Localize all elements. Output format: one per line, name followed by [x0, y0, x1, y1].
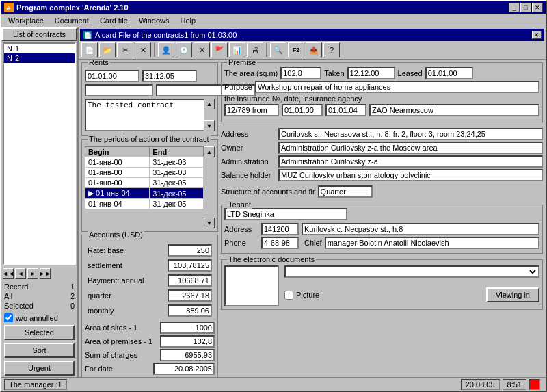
table-row[interactable]: 01-янв-04 31-дек-05	[85, 199, 204, 209]
for-date-row: For date	[85, 363, 215, 375]
monthly-input[interactable]	[168, 304, 212, 317]
purpose-row: Purpose	[224, 81, 539, 93]
time-section: 8:51	[503, 379, 526, 390]
insurance-agency-input[interactable]	[369, 104, 539, 116]
tenant-postal-input[interactable]	[261, 223, 299, 235]
table-row[interactable]: 01-янв-00 31-дек-03	[85, 168, 204, 178]
menu-document[interactable]: Document	[49, 15, 94, 26]
for-date-input[interactable]	[153, 363, 215, 375]
area-label: The area (sq.m)	[224, 69, 278, 77]
toolbar-clock-button[interactable]: 🕐	[176, 42, 192, 57]
toolbar-help-button[interactable]: ?	[323, 42, 340, 57]
taken-label: Taken	[324, 69, 344, 77]
toolbar-cross-button[interactable]: ✕	[194, 42, 210, 57]
phone-label: Phone	[224, 239, 258, 247]
card-left-column: Rents The tested contr	[81, 62, 218, 374]
close-button[interactable]: ✕	[532, 3, 543, 12]
balance-input[interactable]	[278, 169, 543, 181]
menu-bar: Workplace Document Card file Windows Hel…	[1, 14, 546, 27]
menu-windows[interactable]: Windows	[133, 15, 175, 26]
table-row[interactable]: 01-янв-00 31-дек-05	[85, 178, 204, 188]
toolbar-flag-button[interactable]: 🚩	[211, 42, 228, 57]
area-premises-input[interactable]	[160, 335, 215, 348]
toolbar-cut-button[interactable]: ✂	[117, 42, 133, 57]
admin-input[interactable]	[278, 155, 543, 168]
quarter-input[interactable]	[168, 289, 212, 302]
phone-input[interactable]	[261, 237, 299, 249]
area-sites-input[interactable]	[160, 322, 215, 334]
insurance-date1-input[interactable]	[282, 104, 323, 116]
annulled-label: w/o annulled	[16, 314, 58, 322]
electronic-title: The electronic documents	[227, 255, 316, 263]
card-close-button[interactable]: ✕	[532, 31, 542, 39]
rate-value	[157, 244, 213, 257]
table-scroll-up[interactable]: ▲	[204, 146, 215, 157]
period-begin-cell: ▶ 01-янв-04	[85, 188, 150, 199]
menu-card-file[interactable]: Card file	[94, 15, 133, 26]
tenant-name-input[interactable]	[224, 208, 347, 220]
viewing-button[interactable]: Viewing in	[486, 287, 539, 302]
toolbar-separator	[154, 43, 155, 57]
toolbar-chart-button[interactable]: 📊	[229, 42, 245, 57]
toolbar-f2-button[interactable]: F2	[288, 42, 304, 57]
rent-date-to[interactable]	[142, 70, 197, 82]
insurance-no-input[interactable]	[224, 104, 279, 116]
list-cell-1: 1	[14, 44, 21, 53]
urgent-button[interactable]: Urgent	[4, 361, 75, 376]
settlement-input[interactable]	[168, 259, 212, 272]
selected-button[interactable]: Selected	[4, 325, 75, 340]
toolbar-search-button[interactable]: 🔍	[270, 42, 286, 57]
period-begin-cell: 01-янв-04	[85, 199, 150, 209]
purpose-input[interactable]	[255, 81, 539, 93]
nav-prev-button[interactable]: ◄	[15, 268, 26, 279]
rent-text[interactable]: The tested contract	[85, 99, 215, 131]
menu-workplace[interactable]: Workplace	[3, 15, 49, 26]
annual-input[interactable]	[168, 274, 212, 287]
insurance-date2-input[interactable]	[325, 104, 366, 116]
account-annual-row: Payment: annual	[86, 274, 213, 287]
nav-first-button[interactable]: ◄◄	[3, 268, 14, 279]
scroll-up-button[interactable]: ▲	[204, 99, 215, 109]
table-scroll-down[interactable]: ▼	[204, 218, 215, 228]
leased-input[interactable]	[425, 67, 473, 79]
toolbar-new-button[interactable]: 📄	[81, 42, 98, 57]
contracts-list[interactable]: N 1 N 2	[3, 42, 76, 265]
annulled-checkbox[interactable]	[4, 313, 13, 322]
table-row[interactable]: 01-янв-00 31-дек-03	[85, 157, 204, 168]
records-info: Record 1 All 2 Selected 0	[1, 280, 77, 312]
sum-charges-input[interactable]	[160, 349, 215, 361]
rate-input[interactable]	[168, 244, 212, 257]
settlement-value	[157, 259, 213, 272]
menu-help[interactable]: Help	[175, 15, 202, 26]
card-icon: 📄	[83, 30, 92, 40]
minimize-button[interactable]: _	[509, 3, 520, 12]
picture-area	[224, 265, 279, 306]
area-input[interactable]	[280, 67, 321, 79]
address-input[interactable]	[278, 128, 543, 140]
rent-date-from[interactable]	[85, 70, 139, 82]
electronic-dropdown[interactable]	[284, 265, 539, 278]
scroll-down-button[interactable]: ▼	[204, 120, 215, 131]
table-row[interactable]: ▶ 01-янв-04 31-дек-05	[85, 188, 204, 199]
tenant-address-row: Address	[224, 223, 539, 235]
rent-status[interactable]	[85, 84, 153, 96]
picture-checkbox[interactable]	[284, 291, 293, 300]
toolbar-open-button[interactable]: 📂	[99, 42, 116, 57]
sort-button[interactable]: Sort	[4, 343, 75, 358]
list-item[interactable]: N 2	[4, 53, 75, 63]
toolbar-delete-button[interactable]: ✕	[135, 42, 151, 57]
list-item[interactable]: N 1	[4, 44, 75, 53]
tenant-street-input[interactable]	[302, 223, 539, 235]
toolbar-print-button[interactable]: 🖨	[247, 42, 263, 57]
toolbar-export-button[interactable]: 📤	[306, 42, 322, 57]
nav-last-button[interactable]: ►►	[40, 268, 51, 279]
toolbar-person-button[interactable]: 👤	[158, 42, 174, 57]
structure-input[interactable]	[318, 185, 373, 198]
chief-input[interactable]	[325, 237, 539, 249]
taken-input[interactable]	[347, 67, 395, 79]
tenant-title: Tenant	[227, 200, 252, 209]
owner-input[interactable]	[278, 142, 543, 154]
maximize-button[interactable]: □	[520, 3, 531, 12]
account-quarter-row: quarter	[86, 289, 213, 302]
nav-next-button[interactable]: ►	[27, 268, 38, 279]
